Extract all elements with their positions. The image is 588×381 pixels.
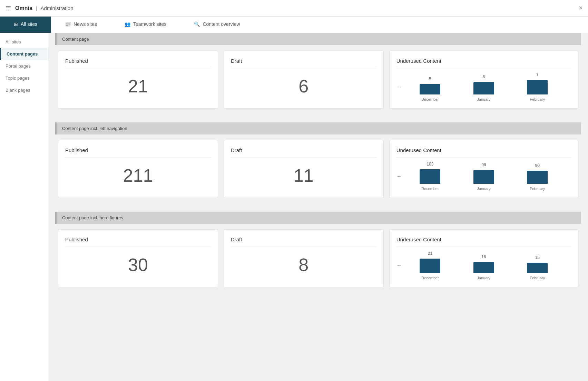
bar-dec-3 (420, 259, 440, 273)
teamwork-sites-icon: 👥 (125, 21, 130, 27)
section-hero-header: Content page incl. hero figures (55, 212, 581, 224)
all-sites-icon: ⊞ (14, 21, 18, 27)
tab-content-overview-label: Content overview (203, 21, 240, 27)
bar-label-feb-1: February (530, 97, 545, 101)
bar-value-feb-1: 7 (536, 72, 539, 77)
bar-feb-3 (527, 263, 548, 273)
section-content-page-left-nav: Content page incl. left navigation Publi… (55, 122, 581, 203)
brand-name: Omnia (15, 5, 32, 11)
draft-label-2: Draft (231, 147, 376, 158)
chart-3: ← 21 December 16 January 15 (396, 251, 571, 280)
header: ☰ Omnia | Administration × (0, 0, 588, 17)
bar-dec-1 (420, 84, 440, 94)
bar-value-dec-2: 103 (427, 162, 433, 167)
news-sites-icon: 📰 (65, 21, 71, 27)
bar-value-feb-2: 90 (535, 163, 540, 168)
bar-group-feb-2: 90 February (527, 163, 548, 191)
underused-label-3: Underused Content (396, 237, 571, 247)
bar-value-dec-1: 5 (429, 77, 431, 81)
bar-group-feb-1: 7 February (527, 72, 548, 101)
tab-bar: ⊞ All sites 📰 News sites 👥 Teamwork site… (0, 17, 588, 33)
main-content: Content page Published 21 Draft 6 Underu… (48, 33, 588, 381)
menu-icon[interactable]: ☰ (6, 4, 11, 12)
draft-value-1: 6 (231, 72, 376, 100)
bar-label-feb-3: February (530, 276, 545, 280)
bar-feb-2 (527, 171, 548, 184)
bar-label-dec-2: December (421, 187, 439, 191)
section-content-page-body: Published 21 Draft 6 Underused Content ←… (55, 45, 581, 114)
bar-value-jan-3: 16 (481, 254, 486, 259)
bar-group-dec-1: 5 December (420, 77, 440, 101)
chart-1: ← 5 December 6 January 7 (396, 72, 571, 101)
bar-label-jan-3: January (477, 276, 490, 280)
published-value-2: 211 (65, 162, 211, 189)
bar-jan-1 (473, 82, 494, 94)
tab-teamwork-sites[interactable]: 👥 Teamwork sites (111, 17, 180, 33)
chart-back-arrow-1[interactable]: ← (396, 84, 402, 90)
draft-card-3: Draft 8 (224, 229, 384, 287)
underused-label-1: Underused Content (396, 58, 571, 68)
bar-label-jan-2: January (477, 187, 490, 191)
bar-label-jan-1: January (477, 97, 490, 101)
draft-value-3: 8 (231, 251, 376, 279)
tab-all-sites-label: All sites (21, 21, 37, 27)
draft-card-1: Draft 6 (224, 51, 384, 109)
draft-label-1: Draft (231, 58, 376, 68)
bar-jan-2 (473, 170, 494, 184)
sidebar-item-content-pages[interactable]: Content pages (0, 48, 48, 60)
section-content-page-hero: Content page incl. hero figures Publishe… (55, 212, 581, 293)
underused-card-1: Underused Content ← 5 December 6 January (389, 51, 578, 109)
layout: All sites Content pages Portal pages Top… (0, 33, 588, 381)
bar-label-dec-3: December (421, 276, 439, 280)
tab-all-sites[interactable]: ⊞ All sites (0, 17, 51, 33)
bar-value-jan-2: 96 (481, 162, 486, 167)
sidebar-item-topic-pages[interactable]: Topic pages (0, 72, 48, 84)
sidebar: All sites Content pages Portal pages Top… (0, 33, 48, 381)
bar-group-jan-1: 6 January (473, 74, 494, 101)
close-icon[interactable]: × (579, 4, 582, 12)
draft-value-2: 11 (231, 162, 376, 189)
published-label-1: Published (65, 58, 211, 68)
chart-back-arrow-3[interactable]: ← (396, 262, 402, 269)
published-value-1: 21 (65, 72, 211, 100)
tab-news-sites[interactable]: 📰 News sites (51, 17, 111, 33)
section-content-page-header: Content page (55, 33, 581, 45)
tab-teamwork-sites-label: Teamwork sites (133, 21, 166, 27)
header-title: Administration (40, 5, 73, 11)
bar-dec-2 (420, 169, 440, 184)
tab-news-sites-label: News sites (74, 21, 97, 27)
sidebar-item-portal-pages[interactable]: Portal pages (0, 60, 48, 72)
bar-group-dec-3: 21 December (420, 251, 440, 280)
bar-group-dec-2: 103 December (420, 162, 440, 191)
section-left-nav-body: Published 211 Draft 11 Underused Content… (55, 134, 581, 203)
underused-card-3: Underused Content ← 21 December 16 Janua… (389, 229, 578, 287)
draft-card-2: Draft 11 (224, 140, 384, 198)
content-overview-icon: 🔍 (194, 21, 200, 27)
bar-group-feb-3: 15 February (527, 255, 548, 280)
bar-label-feb-2: February (530, 187, 545, 191)
chart-back-arrow-2[interactable]: ← (396, 173, 402, 179)
sidebar-item-all-sites[interactable]: All sites (0, 36, 48, 48)
tab-content-overview[interactable]: 🔍 Content overview (180, 17, 254, 33)
bar-value-feb-3: 15 (535, 255, 540, 260)
published-card-2: Published 211 (58, 140, 218, 198)
header-separator: | (36, 6, 37, 11)
bar-group-jan-2: 96 January (473, 162, 494, 191)
published-value-3: 30 (65, 251, 211, 279)
bar-label-dec-1: December (421, 97, 439, 101)
section-hero-body: Published 30 Draft 8 Underused Content ←… (55, 224, 581, 293)
bar-value-dec-3: 21 (428, 251, 432, 256)
sidebar-item-blank-pages[interactable]: Blank pages (0, 84, 48, 96)
published-label-3: Published (65, 237, 211, 247)
bar-feb-1 (527, 80, 548, 94)
section-content-page: Content page Published 21 Draft 6 Underu… (55, 33, 581, 114)
bar-group-jan-3: 16 January (473, 254, 494, 280)
section-left-nav-header: Content page incl. left navigation (55, 122, 581, 134)
bar-jan-3 (473, 262, 494, 273)
published-card-3: Published 30 (58, 229, 218, 287)
bar-value-jan-1: 6 (483, 74, 485, 79)
underused-card-2: Underused Content ← 103 December 96 Janu… (389, 140, 578, 198)
chart-2: ← 103 December 96 January 90 (396, 162, 571, 191)
published-label-2: Published (65, 147, 211, 158)
draft-label-3: Draft (231, 237, 376, 247)
